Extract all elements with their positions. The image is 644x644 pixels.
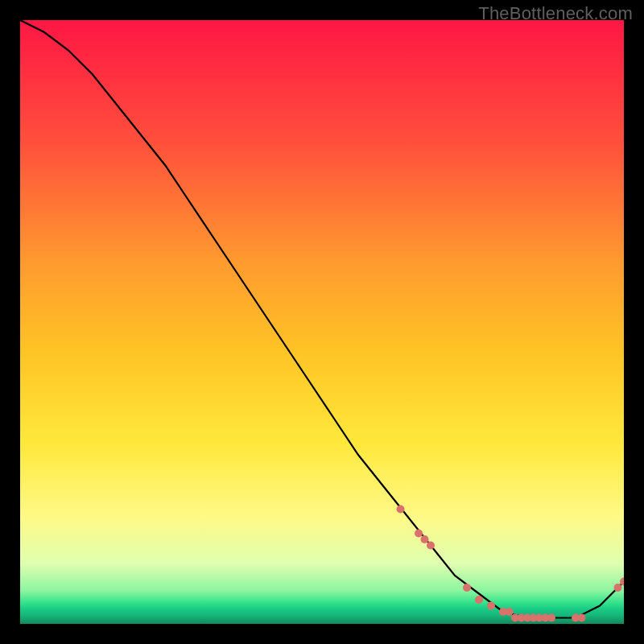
data-point (415, 530, 423, 538)
data-point (463, 584, 471, 592)
gradient-background (20, 20, 624, 624)
data-point (421, 535, 429, 543)
data-point (547, 614, 555, 622)
chart-root: TheBottleneck.com (0, 0, 644, 644)
data-point (614, 584, 622, 592)
data-point (397, 506, 405, 514)
watermark-text: TheBottleneck.com (478, 3, 633, 24)
data-point (487, 602, 495, 610)
data-point (578, 614, 586, 622)
data-point (475, 596, 483, 604)
data-point (506, 608, 514, 616)
chart-svg (20, 20, 624, 624)
data-point (427, 542, 435, 550)
plot-area (20, 20, 624, 624)
